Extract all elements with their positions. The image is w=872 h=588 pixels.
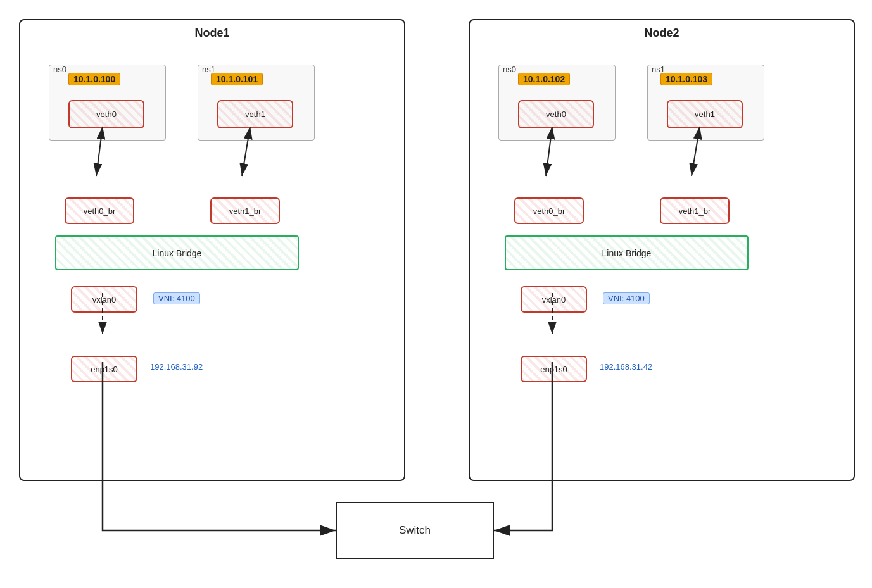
node1-box: Node1 ns0 10.1.0.100 veth0 ns1 10.1.0.10… [19,19,405,481]
node2-ns0-ip: 10.1.0.102 [518,73,570,85]
node1-enp: enp1s0 [71,356,137,382]
node1-ns1-box: ns1 10.1.0.101 veth1 [198,65,315,141]
node1-bridge: Linux Bridge [55,235,299,270]
node1-veth0-br: veth0_br [65,197,134,224]
node2-enp-ip: 192.168.31.42 [600,362,652,372]
node2-ns0-box: ns0 10.1.0.102 veth0 [498,65,616,141]
node1-ns0-veth: veth0 [68,100,144,128]
diagram: Node1 ns0 10.1.0.100 veth0 ns1 10.1.0.10… [0,0,872,588]
node2-vni: VNI: 4100 [603,292,650,304]
node1-ns0-box: ns0 10.1.0.100 veth0 [49,65,166,141]
node1-ns0-ip: 10.1.0.100 [68,73,120,85]
node2-veth1-br: veth1_br [660,197,730,224]
node1-vxlan: vxlan0 [71,286,137,313]
switch-label: Switch [399,524,431,537]
node1-ns1-veth: veth1 [217,100,293,128]
node2-ns0-label: ns0 [503,65,516,74]
node2-enp: enp1s0 [521,356,587,382]
node2-bridge: Linux Bridge [505,235,749,270]
node1-ns0-label: ns0 [53,65,66,74]
node2-label: Node2 [644,27,679,40]
node1-label: Node1 [194,27,229,40]
node2-veth0-br: veth0_br [514,197,584,224]
node2-ns1-ip: 10.1.0.103 [660,73,712,85]
node2-ns1-box: ns1 10.1.0.103 veth1 [647,65,764,141]
node2-ns0-veth: veth0 [518,100,594,128]
node2-ns1-veth: veth1 [667,100,743,128]
node1-vni: VNI: 4100 [153,292,200,304]
node1-ns1-ip: 10.1.0.101 [211,73,263,85]
node2-box: Node2 ns0 10.1.0.102 veth0 ns1 10.1.0.10… [469,19,855,481]
node1-enp-ip: 192.168.31.92 [150,362,203,372]
node2-vxlan: vxlan0 [521,286,587,313]
node1-veth1-br: veth1_br [210,197,280,224]
switch-box: Switch [336,502,494,559]
